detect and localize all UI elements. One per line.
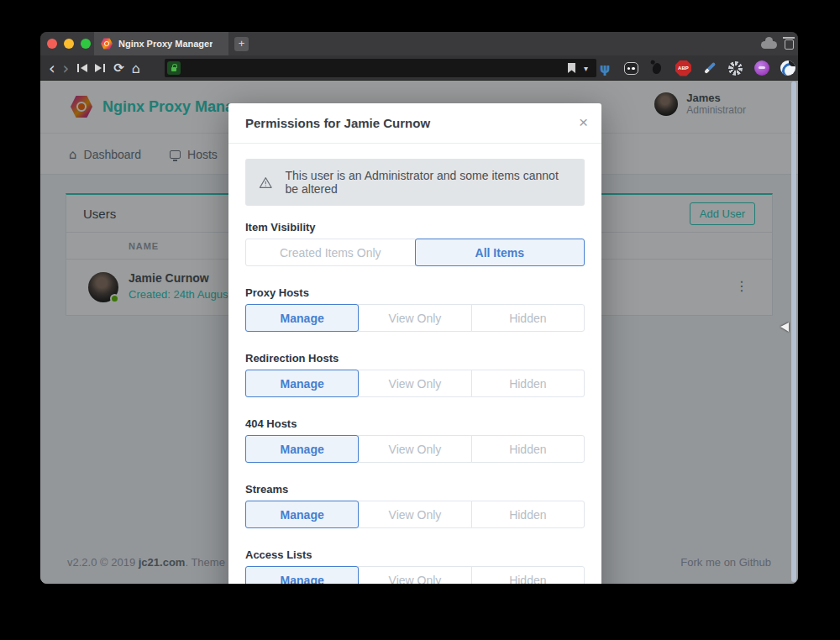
chevron-down-icon[interactable]: ▾ <box>584 64 588 73</box>
access-lists-group: Manage View Only Hidden <box>245 566 585 584</box>
zoom-window-button[interactable] <box>81 39 91 49</box>
fast-forward-button[interactable] <box>95 64 106 72</box>
mouse-cursor <box>780 323 789 332</box>
extension-stylus-icon[interactable]: ψ <box>596 60 613 76</box>
option-created-items-only[interactable]: Created Items Only <box>245 239 416 266</box>
permissions-modal: Permissions for Jamie Curnow × This user… <box>228 103 601 584</box>
option-hidden[interactable]: Hidden <box>471 370 585 397</box>
proxy-hosts-label: Proxy Hosts <box>245 286 585 299</box>
screenshot-stage: Nginx Proxy Manager + ‹ › ⟳ ⌂ ▾ <box>0 0 840 640</box>
404-hosts-label: 404 Hosts <box>245 417 585 430</box>
browser-window: Nginx Proxy Manager + ‹ › ⟳ ⌂ ▾ <box>40 32 798 584</box>
home-button[interactable]: ⌂ <box>132 60 140 76</box>
extension-adblock-plus-icon[interactable]: ABP <box>675 60 691 76</box>
extension-icons: ψ ABP <box>596 55 798 81</box>
option-manage[interactable]: Manage <box>245 370 359 397</box>
streams-label: Streams <box>245 483 585 496</box>
option-manage[interactable]: Manage <box>245 304 359 332</box>
option-hidden[interactable]: Hidden <box>471 304 585 332</box>
extension-purple-icon[interactable] <box>753 60 770 76</box>
redirection-hosts-label: Redirection Hosts <box>245 352 585 365</box>
rewind-button[interactable] <box>76 64 87 72</box>
option-all-items[interactable]: All Items <box>415 239 585 266</box>
bookmark-icon[interactable] <box>568 63 575 73</box>
404-hosts-group: Manage View Only Hidden <box>245 435 585 463</box>
trash-icon[interactable] <box>785 39 794 50</box>
window-controls <box>47 39 91 49</box>
reload-button[interactable]: ⟳ <box>113 60 124 76</box>
extension-gnome-foot-icon[interactable] <box>648 60 665 76</box>
modal-title: Permissions for Jamie Curnow <box>245 116 430 130</box>
minimize-window-button[interactable] <box>64 39 74 49</box>
option-view-only[interactable]: View Only <box>358 304 471 332</box>
warning-icon <box>259 175 273 191</box>
redirection-hosts-group: Manage View Only Hidden <box>245 370 585 397</box>
cloud-sync-icon[interactable] <box>761 41 777 49</box>
page-viewport: Nginx Proxy Manager James Administrator … <box>40 81 798 584</box>
extension-power-icon[interactable] <box>780 60 796 76</box>
browser-tab[interactable]: Nginx Proxy Manager <box>94 32 228 55</box>
tab-title: Nginx Proxy Manager <box>118 39 213 49</box>
extension-discord-icon[interactable] <box>622 60 639 76</box>
browser-tab-bar: Nginx Proxy Manager + <box>40 32 798 55</box>
browser-toolbar: ‹ › ⟳ ⌂ ▾ ψ ABP <box>40 55 798 81</box>
close-window-button[interactable] <box>47 39 57 49</box>
item-visibility-group: Created Items Only All Items <box>245 239 585 266</box>
option-view-only[interactable]: View Only <box>358 501 471 528</box>
close-icon[interactable]: × <box>579 113 588 132</box>
option-view-only[interactable]: View Only <box>358 370 471 397</box>
access-lists-label: Access Lists <box>245 548 585 561</box>
proxy-hosts-group: Manage View Only Hidden <box>245 304 585 332</box>
new-tab-button[interactable]: + <box>234 37 249 51</box>
option-view-only[interactable]: View Only <box>358 566 471 584</box>
alert-text: This user is an Administrator and some i… <box>286 169 571 196</box>
option-hidden[interactable]: Hidden <box>471 566 585 584</box>
option-manage[interactable]: Manage <box>245 501 359 528</box>
extension-pen-icon[interactable] <box>701 60 718 76</box>
admin-alert: This user is an Administrator and some i… <box>245 159 585 206</box>
https-lock-icon[interactable] <box>167 61 181 75</box>
option-view-only[interactable]: View Only <box>358 435 471 463</box>
back-button[interactable]: ‹ <box>49 56 55 80</box>
forward-button[interactable]: › <box>63 56 70 80</box>
address-bar[interactable]: ▾ <box>165 59 596 77</box>
page-scrollbar[interactable] <box>791 81 796 582</box>
favicon-npm-icon <box>101 38 113 50</box>
option-hidden[interactable]: Hidden <box>471 501 585 528</box>
streams-group: Manage View Only Hidden <box>245 501 585 528</box>
item-visibility-label: Item Visibility <box>245 221 585 233</box>
extension-gear-flower-icon[interactable] <box>727 60 744 76</box>
option-manage[interactable]: Manage <box>245 435 359 463</box>
nav-buttons: ‹ › ⟳ ⌂ <box>49 55 140 81</box>
option-hidden[interactable]: Hidden <box>471 435 585 463</box>
option-manage[interactable]: Manage <box>245 566 359 584</box>
